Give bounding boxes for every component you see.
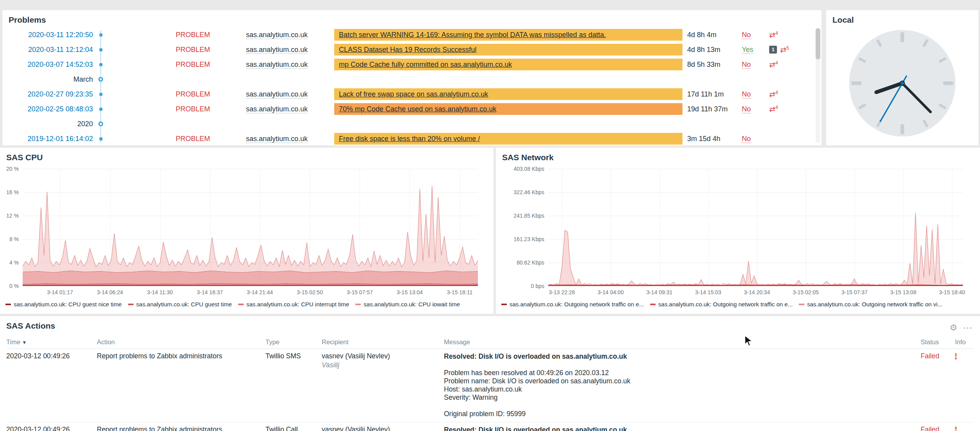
- problem-name-link[interactable]: Lack of free swap space on sas.analytium…: [339, 90, 488, 98]
- action-message-line: Problem has been resolved at 00:49:26 on…: [444, 369, 921, 377]
- problem-status: PROBLEM: [105, 46, 246, 54]
- problem-time-link[interactable]: 2020-03-11 12:20:50: [2, 31, 96, 39]
- action-time: 2020-03-12 00:49:26: [6, 352, 97, 360]
- x-tick-label: 3-14 01:17: [47, 289, 73, 295]
- problem-name-link[interactable]: mp Code Cache fully committed on sas.ana…: [339, 61, 512, 68]
- legend-item: sas.analytium.co.uk: Outgoing network tr…: [650, 301, 793, 308]
- action-count: 4: [775, 90, 778, 95]
- actions-table: Time▼ Action Type Recipient Message Stat…: [6, 336, 974, 431]
- network-chart-plot[interactable]: [548, 169, 963, 286]
- action-message-line: Problem name: Disk I/O is overloaded on …: [444, 377, 921, 385]
- ack-link[interactable]: No: [742, 61, 751, 69]
- column-header-recipient[interactable]: Recipient: [322, 338, 444, 346]
- legend-item: sas.analytium.co.uk: Outgoing network tr…: [799, 301, 943, 308]
- gear-icon[interactable]: ⚙: [950, 323, 957, 333]
- host-link[interactable]: sas.analytium.co.uk: [246, 31, 308, 39]
- host-link[interactable]: sas.analytium.co.uk: [246, 61, 308, 69]
- column-header-message[interactable]: Message: [444, 338, 921, 346]
- host-link[interactable]: sas.analytium.co.uk: [246, 135, 308, 143]
- x-tick-label: 3-15 02:05: [793, 289, 819, 295]
- column-header-info[interactable]: Info: [955, 338, 974, 346]
- message-actions-icon[interactable]: ⇄4: [769, 31, 778, 39]
- problem-time-link[interactable]: 2019-12-01 16:14:02: [2, 135, 96, 143]
- column-header-time[interactable]: Time▼: [6, 338, 97, 346]
- timeline-month-label: March: [2, 75, 96, 84]
- column-header-type[interactable]: Type: [265, 338, 322, 346]
- problem-name-link[interactable]: Batch server WARNING 14-169: Assuming th…: [339, 31, 606, 39]
- message-actions-icon[interactable]: ⇄5: [780, 46, 789, 54]
- x-tick-label: 3-15 07:57: [347, 289, 373, 295]
- action-recipient-sub: Vasilij: [322, 361, 444, 369]
- host-link[interactable]: sas.analytium.co.uk: [246, 105, 308, 113]
- action-type: Twillio Call: [265, 426, 322, 431]
- cpu-graph-widget: SAS CPU 0 %4 %8 %12 %16 %20 % 3-14 01:17…: [0, 148, 494, 314]
- host-link[interactable]: sas.analytium.co.uk: [246, 46, 308, 54]
- x-tick-label: 3-14 20:34: [744, 289, 770, 295]
- cpu-chart-xlabels: 3-14 01:173-14 06:243-14 11:303-14 16:37…: [23, 289, 478, 297]
- x-tick-label: 3-14 06:24: [97, 289, 123, 295]
- message-actions-icon[interactable]: ⇄4: [769, 105, 778, 113]
- scrollbar-track[interactable]: [816, 28, 820, 143]
- ack-link[interactable]: No: [742, 31, 751, 39]
- problem-status: PROBLEM: [105, 135, 246, 143]
- message-actions-icon[interactable]: ⇄4: [769, 90, 778, 98]
- message-actions-icon[interactable]: ⇄4: [769, 61, 778, 68]
- legend-label: sas.analytium.co.uk: Outgoing network tr…: [658, 301, 793, 308]
- problem-name-link[interactable]: Free disk space is less than 20% on volu…: [339, 135, 480, 143]
- legend-marker-icon: [650, 304, 656, 305]
- cpu-chart-plot[interactable]: [23, 169, 478, 286]
- legend-marker-icon: [238, 304, 244, 305]
- info-icon[interactable]: i: [955, 427, 957, 431]
- legend-marker-icon: [799, 304, 804, 305]
- column-header-status[interactable]: Status: [921, 338, 955, 346]
- scrollbar-thumb[interactable]: [816, 28, 820, 59]
- timeline-dot: [99, 63, 103, 66]
- ack-link[interactable]: Yes: [742, 46, 753, 54]
- problem-duration: 17d 11h 1m: [683, 90, 742, 98]
- problem-time-link[interactable]: 2020-03-11 12:12:04: [2, 46, 96, 54]
- legend-marker-icon: [501, 304, 507, 305]
- action-name: Report problems to Zabbix administrators: [97, 352, 265, 360]
- problem-duration: 8d 5h 33m: [683, 61, 742, 69]
- problem-time-link[interactable]: 2020-02-27 09:23:35: [2, 90, 96, 98]
- host-link[interactable]: sas.analytium.co.uk: [246, 90, 308, 98]
- actions-widget-title: SAS Actions: [0, 316, 980, 333]
- x-tick-label: 3-14 09:31: [646, 289, 672, 295]
- problem-duration: 3m 15d 4h: [683, 135, 742, 143]
- legend-label: sas.analytium.co.uk: CPU guest nice time: [14, 301, 122, 308]
- legend-item: sas.analytium.co.uk: CPU interrupt time: [238, 301, 349, 308]
- problem-duration: 19d 11h 37m: [683, 105, 742, 113]
- timeline-divider-row: March: [2, 72, 821, 87]
- action-recipient: vasnev (Vasilij Nevlev) Vasilij: [322, 352, 444, 369]
- action-type: Twillio SMS: [265, 352, 322, 360]
- info-icon[interactable]: i: [955, 353, 957, 359]
- problem-name-link[interactable]: CLASS Dataset Has 19 Records Successful: [339, 46, 476, 54]
- column-header-action[interactable]: Action: [97, 338, 265, 346]
- network-chart-xlabels: 3-13 22:283-14 04:003-14 09:313-14 15:03…: [548, 289, 963, 297]
- problem-duration: 4d 8h 4m: [683, 31, 742, 39]
- problem-name-link[interactable]: 70% mp Code Cache used on sas.analytium.…: [339, 105, 496, 113]
- cpu-chart-ylabels: 0 %4 %8 %12 %16 %20 %: [0, 169, 19, 286]
- timeline-dot: [99, 137, 103, 141]
- clock-widget: Local: [826, 10, 978, 145]
- more-menu-icon[interactable]: ⋯: [963, 322, 973, 333]
- ack-link[interactable]: No: [742, 90, 751, 98]
- clock-widget-title: Local: [826, 10, 978, 27]
- timeline-divider-row: 2020: [2, 116, 821, 131]
- timeline-year-label: 2020: [2, 120, 96, 128]
- action-count: 5: [786, 45, 789, 51]
- problem-name-cell: 70% mp Code Cache used on sas.analytium.…: [334, 103, 682, 115]
- action-message-line: Original problem ID: 95999: [444, 410, 921, 418]
- legend-item: sas.analytium.co.uk: Outgoing network tr…: [501, 301, 644, 308]
- analog-clock: [846, 27, 958, 139]
- problem-time-link[interactable]: 2020-03-07 14:52:03: [2, 61, 96, 69]
- action-status: Failed: [921, 426, 955, 431]
- problem-time-link[interactable]: 2020-02-25 08:48:03: [2, 105, 96, 113]
- ack-link[interactable]: No: [742, 105, 751, 113]
- y-tick-label: 403.08 Kbps: [513, 166, 544, 172]
- problem-duration: 4d 8h 13m: [683, 46, 742, 54]
- suppressed-count-badge[interactable]: 1: [769, 46, 777, 54]
- action-message: Resolved: Disk I/O is overloaded on sas.…: [444, 426, 921, 431]
- ack-link[interactable]: No: [742, 135, 751, 143]
- x-tick-label: 3-14 21:44: [247, 289, 273, 295]
